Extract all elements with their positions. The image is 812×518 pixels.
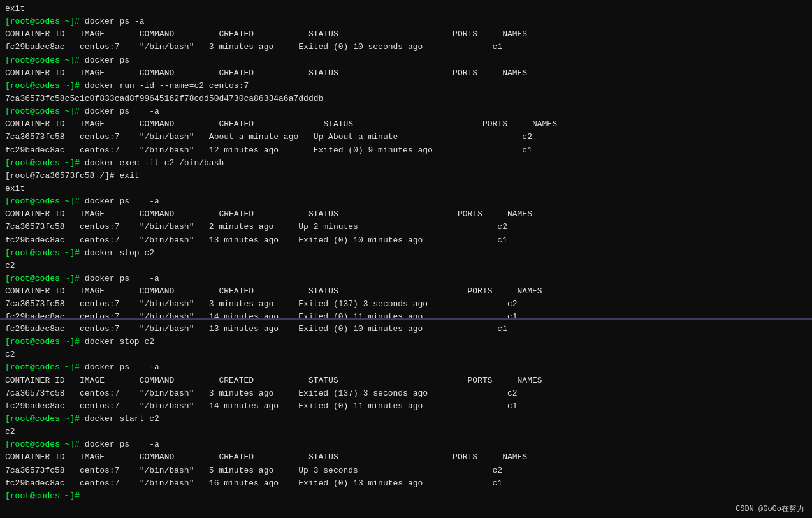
command-text: docker stop c2: [80, 337, 154, 346]
prompt-symbol: [root@codes ~]#: [5, 56, 80, 65]
terminal-line: [root@codes ~]# docker ps -a: [5, 361, 807, 374]
terminal-line: CONTAINER ID IMAGE COMMAND CREATED STATU…: [5, 67, 807, 80]
terminal-line: fc29badec8ac centos:7 "/bin/bash" 13 min…: [5, 234, 807, 247]
terminal-line: fc29badec8ac centos:7 "/bin/bash" 13 min…: [5, 323, 807, 336]
terminal-line: fc29badec8ac centos:7 "/bin/bash" 12 min…: [5, 144, 807, 157]
terminal-line: 7ca36573fc58 centos:7 "/bin/bash" 5 minu…: [5, 464, 807, 477]
prompt-symbol: [root@codes ~]#: [5, 362, 80, 372]
terminal-line: [root@codes ~]# docker ps -a: [5, 272, 807, 285]
prompt-symbol: [root@codes ~]#: [5, 248, 80, 258]
command-text: docker ps -a: [80, 196, 159, 206]
prompt-symbol: [root@codes ~]#: [5, 107, 80, 116]
terminal-line: fc29badec8ac centos:7 "/bin/bash" 3 minu…: [5, 41, 807, 54]
command-text: docker ps -a: [80, 362, 159, 372]
terminal-line: [root@codes ~]# docker ps -a: [5, 105, 807, 118]
terminal-line: [root@codes ~]# docker start c2: [5, 413, 807, 426]
terminal-line: CONTAINER ID IMAGE COMMAND CREATED STATU…: [5, 285, 807, 298]
prompt-symbol: [root@codes ~]#: [5, 274, 80, 283]
terminal-line: fc29badec8ac centos:7 "/bin/bash" 14 min…: [5, 400, 807, 413]
terminal-line: fc29badec8ac centos:7 "/bin/bash" 14 min…: [5, 311, 807, 320]
command-text: docker ps -a: [80, 107, 159, 116]
prompt-symbol: [root@codes ~]#: [5, 440, 80, 449]
command-text: docker run -id --name=c2 centos:7: [80, 81, 249, 91]
prompt-symbol: [root@codes ~]#: [5, 196, 80, 206]
terminal-line: CONTAINER ID IMAGE COMMAND CREATED STATU…: [5, 374, 807, 387]
terminal-line: c2: [5, 348, 807, 361]
watermark-text: CSDN @GoGo在努力: [736, 503, 804, 514]
terminal-line: [root@codes ~]# docker run -id --name=c2…: [5, 80, 807, 93]
terminal-line: [root@codes ~]# docker ps -a: [5, 195, 807, 208]
terminal-line: c2: [5, 260, 807, 272]
prompt-symbol: [root@codes ~]#: [5, 81, 80, 91]
terminal-line: exit: [5, 182, 807, 195]
terminal-line: [root@7ca36573fc58 /]# exit: [5, 170, 807, 182]
terminal-line: CONTAINER ID IMAGE COMMAND CREATED STATU…: [5, 451, 807, 464]
terminal-line: [root@codes ~]# docker stop c2: [5, 336, 807, 348]
command-text: docker ps -a: [80, 17, 144, 26]
terminal-line: [root@codes ~]# docker exec -it c2 /bin/…: [5, 157, 807, 170]
terminal-line: [root@codes ~]# docker ps -a: [5, 438, 807, 451]
terminal-line: [root@codes ~]#: [5, 490, 807, 503]
terminal-line: 7ca36573fc58 centos:7 "/bin/bash" 2 minu…: [5, 221, 807, 233]
terminal-line: exit: [5, 3, 807, 15]
command-text: docker ps -a: [80, 440, 159, 449]
terminal-line: [root@codes ~]# docker stop c2: [5, 247, 807, 260]
terminal-line: CONTAINER ID IMAGE COMMAND CREATED STATU…: [5, 28, 807, 41]
command-text: docker exec -it c2 /bin/bash: [80, 158, 224, 168]
command-text: docker ps: [80, 56, 129, 65]
prompt-symbol: [root@codes ~]#: [5, 158, 80, 168]
terminal-line: CONTAINER ID IMAGE COMMAND CREATED STATU…: [5, 118, 807, 131]
terminal-line: [root@codes ~]# docker ps: [5, 54, 807, 67]
terminal-line: c2: [5, 426, 807, 438]
terminal-line: 7ca36573fc58c5c1c0f833cad8f99645162f78cd…: [5, 93, 807, 105]
terminal-bottom-panel: fc29badec8ac centos:7 "/bin/bash" 13 min…: [0, 320, 812, 518]
terminal-container: exit[root@codes ~]# docker ps -aCONTAINE…: [0, 0, 812, 518]
terminal-top-panel: exit[root@codes ~]# docker ps -aCONTAINE…: [0, 0, 812, 320]
terminal-line: fc29badec8ac centos:7 "/bin/bash" 16 min…: [5, 477, 807, 490]
prompt-symbol: [root@codes ~]#: [5, 414, 80, 424]
terminal-line: [root@codes ~]# docker ps -a: [5, 15, 807, 28]
command-text: docker ps -a: [80, 274, 159, 283]
terminal-line: 7ca36573fc58 centos:7 "/bin/bash" 3 minu…: [5, 387, 807, 400]
terminal-line: 7ca36573fc58 centos:7 "/bin/bash" 3 minu…: [5, 298, 807, 311]
prompt-symbol: [root@codes ~]#: [5, 17, 80, 26]
prompt-symbol: [root@codes ~]#: [5, 491, 80, 501]
command-text: docker stop c2: [80, 248, 154, 258]
prompt-symbol: [root@codes ~]#: [5, 337, 80, 346]
terminal-line: 7ca36573fc58 centos:7 "/bin/bash" About …: [5, 131, 807, 144]
terminal-line: CONTAINER ID IMAGE COMMAND CREATED STATU…: [5, 208, 807, 221]
command-text: docker start c2: [80, 414, 159, 424]
